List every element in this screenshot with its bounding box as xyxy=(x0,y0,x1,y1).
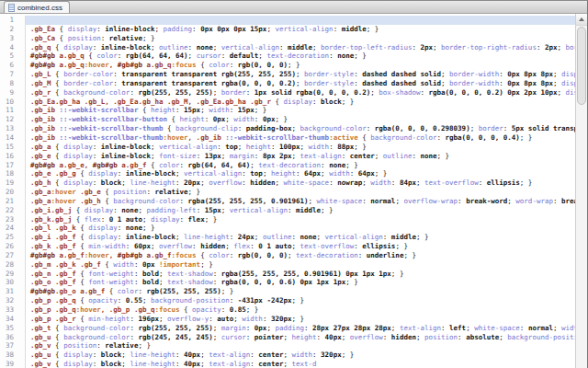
line-number[interactable]: 23 xyxy=(0,215,26,224)
line-number[interactable]: 9 xyxy=(0,88,26,98)
code-row: 5#gb#gb a.gb_q { color: rgb(64, 64, 64);… xyxy=(0,52,575,61)
line-number[interactable]: 15 xyxy=(0,143,26,152)
code-row: 10.gb_Ea.gb_ha .gb_L, .gb_Ea.gb_ha .gb_M… xyxy=(0,98,575,107)
code-line[interactable]: .gb_ib ::-webkit-scrollbar-button { heig… xyxy=(26,115,575,124)
code-line[interactable]: #gb#gb a.gb_q { color: rgb(64, 64, 64); … xyxy=(26,52,575,61)
code-line[interactable]: .gb_M { border-color: transparent transp… xyxy=(26,79,575,88)
line-number[interactable]: 11 xyxy=(0,106,26,115)
line-number[interactable]: 4 xyxy=(0,43,26,52)
code-line[interactable]: .gb_i .gb_f { display: inline-block; lin… xyxy=(26,233,575,242)
line-number[interactable]: 14 xyxy=(0,133,26,143)
code-row: 6#gb#gb a.gb_q:hover, #gb#gb a.gb_q:focu… xyxy=(0,61,575,70)
code-line[interactable]: .gb_v { display: block; line-height: 40p… xyxy=(26,360,575,368)
code-line[interactable]: .gb_e .gb_g { display: inline-block; ver… xyxy=(26,169,575,178)
code-line[interactable]: .gb_l .gb_k { display: none; } xyxy=(26,224,575,233)
code-line[interactable]: .gb_Ea { display: inline-block; padding:… xyxy=(26,25,575,34)
tab-combined-css[interactable]: combined.css xyxy=(4,1,70,13)
code-line[interactable]: .gb_h { display: block; line-height: 20p… xyxy=(26,178,575,188)
line-number[interactable]: 16 xyxy=(0,152,26,161)
line-number[interactable]: 24 xyxy=(0,224,26,233)
line-number[interactable]: 34 xyxy=(0,315,26,324)
code-line[interactable]: .gb_a:hover .gb_e { position: relative; … xyxy=(26,188,575,197)
code-row: 38.gb_u { display: block; line-height: 4… xyxy=(0,351,575,360)
code-line[interactable]: .gb_p .gb_r { min-height: 196px; overflo… xyxy=(26,315,575,324)
code-line[interactable]: .gb_ib ::-webkit-scrollbar { height: 15p… xyxy=(26,106,575,115)
line-number[interactable]: 31 xyxy=(0,287,26,296)
line-number[interactable]: 35 xyxy=(0,324,26,333)
code-line[interactable]: #gb#gb a.gb_e, #gb#gb a.gb_f { color: rg… xyxy=(26,161,575,170)
line-number[interactable]: 26 xyxy=(0,242,26,251)
code-line[interactable]: #gb#gb a.gb_q:hover, #gb#gb a.gb_q:focus… xyxy=(26,61,575,70)
line-number[interactable]: 39 xyxy=(0,360,26,368)
line-number[interactable]: 6 xyxy=(0,61,26,70)
code-row: 31#gb#gb.gb_o a.gb_f { color: rgb(255, 2… xyxy=(0,287,575,296)
code-line[interactable]: .gb_t { background-color: rgb(255, 255, … xyxy=(26,324,575,333)
line-number[interactable]: 18 xyxy=(0,169,26,178)
code-line[interactable]: .gb_p .gb_q { opacity: 0.55; background-… xyxy=(26,296,575,305)
code-line[interactable]: .gb_k .gb_f { min-width: 60px; overflow:… xyxy=(26,242,575,251)
code-row: 20.gb_a:hover .gb_e { position: relative… xyxy=(0,188,575,197)
code-line[interactable]: .gb_L { border-color: transparent transp… xyxy=(26,70,575,79)
line-number[interactable]: 37 xyxy=(0,341,26,351)
code-line[interactable]: .gb_o .gb_f { font-weight: bold; text-sh… xyxy=(26,278,575,287)
line-number[interactable]: 30 xyxy=(0,278,26,287)
code-line[interactable]: .gb_e { display: inline-block; font-size… xyxy=(26,152,575,161)
code-row: 13.gb_ib ::-webkit-scrollbar-thumb { bac… xyxy=(0,124,575,133)
line-number[interactable]: 28 xyxy=(0,260,26,270)
code-line[interactable]: .gb_p .gb_q:hover, .gb_p .gb_q:focus { o… xyxy=(26,305,575,315)
line-number[interactable]: 27 xyxy=(0,251,26,260)
line-number[interactable]: 3 xyxy=(0,34,26,43)
code-line[interactable]: .gb_i.gb_j { display: none; padding-left… xyxy=(26,206,575,215)
css-file-icon xyxy=(8,4,15,12)
source-viewer-window: combined.css 12.gb_Ea { display: inline-… xyxy=(0,0,588,368)
code-row: 18.gb_e .gb_g { display: inline-block; v… xyxy=(0,169,575,178)
code-line[interactable]: .gb_u { background-color: rgb(245, 245, … xyxy=(26,333,575,342)
line-number[interactable]: 5 xyxy=(0,52,26,61)
code-line[interactable]: .gb_Ea.gb_ha .gb_L, .gb_Ea.gb_ha .gb_M, … xyxy=(26,98,575,107)
code-line[interactable]: .gb_ib ::-webkit-scrollbar-thumb { backg… xyxy=(26,124,575,133)
code-line[interactable]: .gb_Ca { position: relative; } xyxy=(26,34,575,43)
code-row: 29.gb_n .gb_f { font-weight: bold; text-… xyxy=(0,270,575,279)
line-number[interactable]: 19 xyxy=(0,178,26,188)
line-number[interactable]: 8 xyxy=(0,79,26,88)
code-line[interactable]: .gb_k.gb_j { flex: 0 1 auto; display: fl… xyxy=(26,215,575,224)
code-row: 9.gb_r { background-color: rgb(255, 255,… xyxy=(0,88,575,98)
line-number[interactable]: 22 xyxy=(0,206,26,215)
scrollbar-up-button[interactable] xyxy=(576,14,587,26)
code-line[interactable]: .gb_m .gb_k .gb_f { width: 0px !importan… xyxy=(26,260,575,270)
line-number[interactable]: 32 xyxy=(0,296,26,305)
code-line[interactable]: .gb_q { display: inline-block; outline: … xyxy=(26,43,575,52)
line-number[interactable]: 36 xyxy=(0,333,26,342)
code-line[interactable] xyxy=(26,16,575,25)
line-number[interactable]: 7 xyxy=(0,70,26,79)
line-number[interactable]: 25 xyxy=(0,233,26,242)
code-line[interactable]: #gb#gb a.gb_f:hover, #gb#gb a.gb_f:focus… xyxy=(26,251,575,260)
scrollbar-thumb[interactable] xyxy=(577,27,586,105)
code-line[interactable]: .gb_u { display: block; line-height: 40p… xyxy=(26,351,575,360)
line-number[interactable]: 10 xyxy=(0,98,26,107)
line-number[interactable]: 12 xyxy=(0,115,26,124)
code-lines: 12.gb_Ea { display: inline-block; paddin… xyxy=(0,16,575,368)
line-number[interactable]: 29 xyxy=(0,270,26,279)
line-number[interactable]: 20 xyxy=(0,188,26,197)
line-number[interactable]: 1 xyxy=(0,16,26,25)
line-number[interactable]: 17 xyxy=(0,161,26,170)
line-number[interactable]: 13 xyxy=(0,124,26,133)
line-number[interactable]: 33 xyxy=(0,305,26,315)
line-number[interactable]: 38 xyxy=(0,351,26,360)
code-line[interactable]: .gb_v { position: relative; } xyxy=(26,341,575,351)
code-line[interactable]: .gb_a { display: inline-block; vertical-… xyxy=(26,143,575,152)
vertical-scrollbar[interactable] xyxy=(575,14,587,368)
code-line[interactable]: #gb#gb.gb_o a.gb_f { color: rgb(255, 255… xyxy=(26,287,575,296)
code-row: 35.gb_t { background-color: rgb(255, 255… xyxy=(0,324,575,333)
code-row: 4.gb_q { display: inline-block; outline:… xyxy=(0,43,575,52)
code-row: 1 xyxy=(0,16,575,25)
code-line[interactable]: .gb_n .gb_f { font-weight: bold; text-sh… xyxy=(26,270,575,279)
code-line[interactable]: .gb_r { background-color: rgb(255, 255, … xyxy=(26,88,575,98)
code-line[interactable]: .gb_a:hover .gb_h { background-color: rg… xyxy=(26,197,575,206)
code-row: 15.gb_a { display: inline-block; vertica… xyxy=(0,143,575,152)
line-number[interactable]: 2 xyxy=(0,25,26,34)
line-number[interactable]: 21 xyxy=(0,197,26,206)
code-row: 23.gb_k.gb_j { flex: 0 1 auto; display: … xyxy=(0,215,575,224)
code-line[interactable]: .gb_ib ::-webkit-scrollbar-thumb:hover, … xyxy=(26,133,575,143)
